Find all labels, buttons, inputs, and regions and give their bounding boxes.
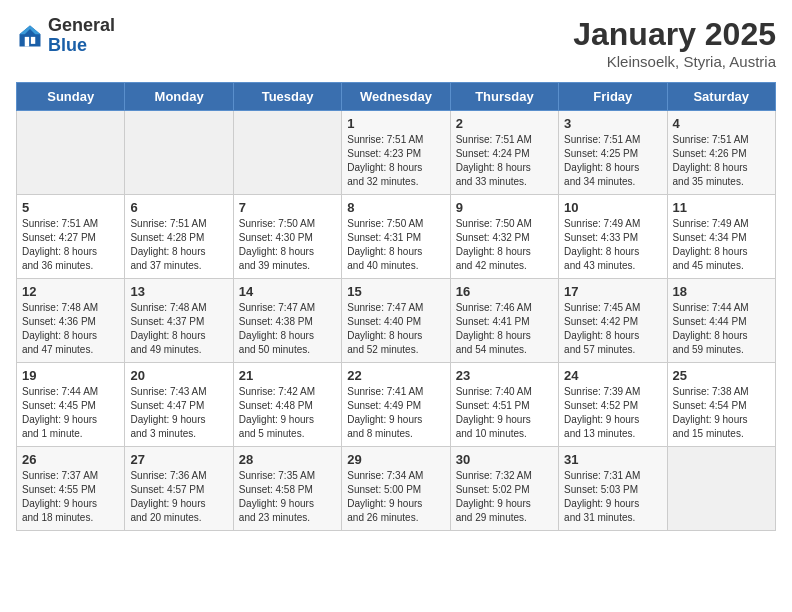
day-info: Sunrise: 7:43 AM Sunset: 4:47 PM Dayligh…	[130, 385, 227, 441]
calendar-cell: 23Sunrise: 7:40 AM Sunset: 4:51 PM Dayli…	[450, 363, 558, 447]
calendar-cell: 15Sunrise: 7:47 AM Sunset: 4:40 PM Dayli…	[342, 279, 450, 363]
day-info: Sunrise: 7:51 AM Sunset: 4:26 PM Dayligh…	[673, 133, 770, 189]
day-info: Sunrise: 7:47 AM Sunset: 4:40 PM Dayligh…	[347, 301, 444, 357]
day-info: Sunrise: 7:48 AM Sunset: 4:37 PM Dayligh…	[130, 301, 227, 357]
day-info: Sunrise: 7:38 AM Sunset: 4:54 PM Dayligh…	[673, 385, 770, 441]
calendar-cell	[233, 111, 341, 195]
day-number: 26	[22, 452, 119, 467]
day-info: Sunrise: 7:45 AM Sunset: 4:42 PM Dayligh…	[564, 301, 661, 357]
calendar-cell: 17Sunrise: 7:45 AM Sunset: 4:42 PM Dayli…	[559, 279, 667, 363]
day-number: 19	[22, 368, 119, 383]
calendar-cell	[125, 111, 233, 195]
header-day: Wednesday	[342, 83, 450, 111]
day-number: 24	[564, 368, 661, 383]
logo-icon	[16, 22, 44, 50]
day-info: Sunrise: 7:51 AM Sunset: 4:24 PM Dayligh…	[456, 133, 553, 189]
calendar-cell	[667, 447, 775, 531]
logo-text: General Blue	[48, 16, 115, 56]
month-title: January 2025	[573, 16, 776, 53]
calendar-cell: 2Sunrise: 7:51 AM Sunset: 4:24 PM Daylig…	[450, 111, 558, 195]
day-number: 1	[347, 116, 444, 131]
calendar-cell: 5Sunrise: 7:51 AM Sunset: 4:27 PM Daylig…	[17, 195, 125, 279]
calendar-week-row: 1Sunrise: 7:51 AM Sunset: 4:23 PM Daylig…	[17, 111, 776, 195]
day-number: 29	[347, 452, 444, 467]
day-info: Sunrise: 7:35 AM Sunset: 4:58 PM Dayligh…	[239, 469, 336, 525]
calendar-cell: 16Sunrise: 7:46 AM Sunset: 4:41 PM Dayli…	[450, 279, 558, 363]
calendar-week-row: 12Sunrise: 7:48 AM Sunset: 4:36 PM Dayli…	[17, 279, 776, 363]
day-number: 16	[456, 284, 553, 299]
header-day: Tuesday	[233, 83, 341, 111]
calendar-cell: 10Sunrise: 7:49 AM Sunset: 4:33 PM Dayli…	[559, 195, 667, 279]
calendar-cell: 30Sunrise: 7:32 AM Sunset: 5:02 PM Dayli…	[450, 447, 558, 531]
day-number: 15	[347, 284, 444, 299]
header-day: Sunday	[17, 83, 125, 111]
day-number: 7	[239, 200, 336, 215]
day-number: 12	[22, 284, 119, 299]
day-info: Sunrise: 7:51 AM Sunset: 4:28 PM Dayligh…	[130, 217, 227, 273]
day-number: 31	[564, 452, 661, 467]
calendar-cell: 28Sunrise: 7:35 AM Sunset: 4:58 PM Dayli…	[233, 447, 341, 531]
calendar-cell: 11Sunrise: 7:49 AM Sunset: 4:34 PM Dayli…	[667, 195, 775, 279]
day-number: 25	[673, 368, 770, 383]
svg-rect-2	[25, 37, 29, 47]
day-number: 17	[564, 284, 661, 299]
day-number: 22	[347, 368, 444, 383]
day-info: Sunrise: 7:51 AM Sunset: 4:23 PM Dayligh…	[347, 133, 444, 189]
calendar-cell: 14Sunrise: 7:47 AM Sunset: 4:38 PM Dayli…	[233, 279, 341, 363]
day-number: 9	[456, 200, 553, 215]
day-info: Sunrise: 7:42 AM Sunset: 4:48 PM Dayligh…	[239, 385, 336, 441]
day-info: Sunrise: 7:51 AM Sunset: 4:27 PM Dayligh…	[22, 217, 119, 273]
day-info: Sunrise: 7:48 AM Sunset: 4:36 PM Dayligh…	[22, 301, 119, 357]
header-day: Thursday	[450, 83, 558, 111]
day-info: Sunrise: 7:44 AM Sunset: 4:45 PM Dayligh…	[22, 385, 119, 441]
day-number: 10	[564, 200, 661, 215]
day-info: Sunrise: 7:40 AM Sunset: 4:51 PM Dayligh…	[456, 385, 553, 441]
calendar-cell: 4Sunrise: 7:51 AM Sunset: 4:26 PM Daylig…	[667, 111, 775, 195]
day-number: 27	[130, 452, 227, 467]
header-day: Saturday	[667, 83, 775, 111]
day-number: 2	[456, 116, 553, 131]
day-number: 21	[239, 368, 336, 383]
day-number: 14	[239, 284, 336, 299]
calendar-cell: 13Sunrise: 7:48 AM Sunset: 4:37 PM Dayli…	[125, 279, 233, 363]
calendar-cell: 29Sunrise: 7:34 AM Sunset: 5:00 PM Dayli…	[342, 447, 450, 531]
calendar-cell: 31Sunrise: 7:31 AM Sunset: 5:03 PM Dayli…	[559, 447, 667, 531]
title-block: January 2025 Kleinsoelk, Styria, Austria	[573, 16, 776, 70]
header-row: SundayMondayTuesdayWednesdayThursdayFrid…	[17, 83, 776, 111]
calendar-cell: 7Sunrise: 7:50 AM Sunset: 4:30 PM Daylig…	[233, 195, 341, 279]
logo: General Blue	[16, 16, 115, 56]
day-number: 13	[130, 284, 227, 299]
calendar-cell: 22Sunrise: 7:41 AM Sunset: 4:49 PM Dayli…	[342, 363, 450, 447]
header-day: Monday	[125, 83, 233, 111]
svg-rect-3	[31, 37, 35, 44]
day-info: Sunrise: 7:37 AM Sunset: 4:55 PM Dayligh…	[22, 469, 119, 525]
calendar-cell	[17, 111, 125, 195]
calendar-cell: 27Sunrise: 7:36 AM Sunset: 4:57 PM Dayli…	[125, 447, 233, 531]
day-info: Sunrise: 7:32 AM Sunset: 5:02 PM Dayligh…	[456, 469, 553, 525]
day-info: Sunrise: 7:51 AM Sunset: 4:25 PM Dayligh…	[564, 133, 661, 189]
calendar-body: 1Sunrise: 7:51 AM Sunset: 4:23 PM Daylig…	[17, 111, 776, 531]
location: Kleinsoelk, Styria, Austria	[573, 53, 776, 70]
day-number: 4	[673, 116, 770, 131]
day-number: 8	[347, 200, 444, 215]
day-info: Sunrise: 7:49 AM Sunset: 4:34 PM Dayligh…	[673, 217, 770, 273]
day-info: Sunrise: 7:31 AM Sunset: 5:03 PM Dayligh…	[564, 469, 661, 525]
day-info: Sunrise: 7:34 AM Sunset: 5:00 PM Dayligh…	[347, 469, 444, 525]
calendar-cell: 24Sunrise: 7:39 AM Sunset: 4:52 PM Dayli…	[559, 363, 667, 447]
header-day: Friday	[559, 83, 667, 111]
day-info: Sunrise: 7:39 AM Sunset: 4:52 PM Dayligh…	[564, 385, 661, 441]
day-info: Sunrise: 7:46 AM Sunset: 4:41 PM Dayligh…	[456, 301, 553, 357]
day-number: 23	[456, 368, 553, 383]
calendar-cell: 6Sunrise: 7:51 AM Sunset: 4:28 PM Daylig…	[125, 195, 233, 279]
day-info: Sunrise: 7:47 AM Sunset: 4:38 PM Dayligh…	[239, 301, 336, 357]
calendar-table: SundayMondayTuesdayWednesdayThursdayFrid…	[16, 82, 776, 531]
day-number: 3	[564, 116, 661, 131]
day-info: Sunrise: 7:50 AM Sunset: 4:30 PM Dayligh…	[239, 217, 336, 273]
calendar-cell: 25Sunrise: 7:38 AM Sunset: 4:54 PM Dayli…	[667, 363, 775, 447]
calendar-cell: 12Sunrise: 7:48 AM Sunset: 4:36 PM Dayli…	[17, 279, 125, 363]
calendar-week-row: 19Sunrise: 7:44 AM Sunset: 4:45 PM Dayli…	[17, 363, 776, 447]
day-number: 11	[673, 200, 770, 215]
calendar-cell: 19Sunrise: 7:44 AM Sunset: 4:45 PM Dayli…	[17, 363, 125, 447]
calendar-cell: 8Sunrise: 7:50 AM Sunset: 4:31 PM Daylig…	[342, 195, 450, 279]
calendar-week-row: 5Sunrise: 7:51 AM Sunset: 4:27 PM Daylig…	[17, 195, 776, 279]
